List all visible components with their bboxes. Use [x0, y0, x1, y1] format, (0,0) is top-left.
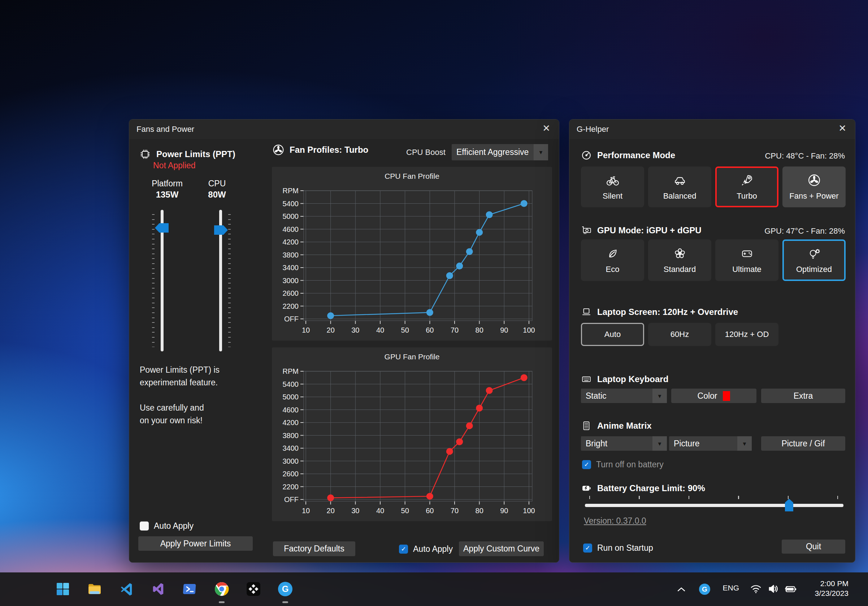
matrix-battery-checkbox-row: Turn off on battery [582, 460, 663, 470]
screen-button-120hz-od[interactable]: 120Hz + OD [715, 323, 778, 346]
power-limits-note: Power Limits (PPT) is experimental featu… [140, 364, 220, 427]
note-line: on your own risk! [140, 414, 220, 427]
curve-auto-apply-checkbox[interactable] [399, 545, 408, 553]
volume-icon[interactable] [767, 583, 779, 595]
svg-text:80: 80 [476, 507, 484, 515]
gauge-icon [581, 150, 592, 161]
language-indicator[interactable]: ENG [722, 584, 739, 592]
platform-slider-handle[interactable] [155, 223, 169, 232]
tray-date: 3/23/2023 [815, 588, 848, 598]
cpu-value: 80W [195, 190, 239, 200]
cpu-fan-chart[interactable]: CPU Fan ProfileRPM5400500046004200380034… [272, 167, 552, 341]
terminal-button[interactable] [182, 581, 198, 597]
svg-text:70: 70 [451, 507, 459, 515]
gpu-button-ultimate[interactable]: Ultimate [715, 239, 778, 281]
svg-text:3800: 3800 [283, 251, 299, 259]
bulb-gear-icon [808, 246, 821, 260]
chevron-down-icon[interactable]: ▼ [653, 389, 667, 403]
factory-defaults-button[interactable]: Factory Defaults [273, 541, 355, 556]
svg-text:2200: 2200 [283, 483, 299, 491]
mode-button-fans-power[interactable]: Fans + Power [783, 166, 846, 207]
vs-code-button[interactable] [118, 581, 134, 597]
start-button[interactable] [55, 581, 71, 597]
cpu-boost-value: Efficient Aggressive [456, 147, 529, 157]
vscode-icon [119, 582, 133, 596]
run-on-startup-row: Run on Startup [583, 543, 653, 553]
power-limits-heading: Power Limits (PPT) [140, 149, 236, 160]
gpu-button-optimized[interactable]: Optimized [783, 239, 846, 281]
g-helper-taskbar-button[interactable]: G [277, 581, 293, 597]
matrix-brightness-dropdown[interactable]: Bright ▼ [581, 436, 667, 451]
gpu-mode-heading: GPU Mode: iGPU + dGPU [581, 225, 702, 236]
screen-label: 60Hz [671, 330, 689, 339]
mode-button-balanced[interactable]: Balanced [648, 166, 711, 207]
mode-label: Balanced [663, 191, 696, 201]
clock[interactable]: 2:00 PM 3/23/2023 [815, 578, 848, 598]
gpu-mode-title: GPU Mode: iGPU + dGPU [597, 225, 702, 236]
chevron-down-icon[interactable]: ▼ [534, 144, 548, 160]
performance-mode-title: Performance Mode [597, 150, 675, 160]
performance-mode-heading: Performance Mode [581, 150, 675, 161]
screen-label: Auto [604, 330, 621, 339]
close-icon[interactable]: ✕ [839, 124, 846, 133]
flower-icon [673, 246, 687, 260]
window-title: Fans and Power [136, 125, 194, 134]
power-limits-title: Power Limits (PPT) [157, 149, 236, 159]
tray-g-helper-icon[interactable]: G [699, 584, 710, 595]
keyboard-color-button[interactable]: Color [671, 389, 756, 403]
quit-button[interactable]: Quit [782, 539, 845, 553]
chrome-button[interactable] [214, 581, 229, 597]
mode-button-turbo[interactable]: Turbo [715, 166, 778, 207]
matrix-picture-gif-button[interactable]: Picture / Gif [761, 436, 845, 451]
battery-tray-icon[interactable] [784, 583, 797, 595]
file-explorer-button[interactable] [87, 581, 102, 597]
tidal-button[interactable] [245, 581, 261, 597]
svg-text:30: 30 [351, 326, 359, 334]
chevron-down-icon[interactable]: ▼ [737, 436, 752, 451]
screen-button-60hz[interactable]: 60Hz [648, 323, 711, 346]
battery-slider-handle[interactable] [785, 499, 793, 511]
svg-text:RPM: RPM [283, 367, 299, 375]
svg-text:90: 90 [500, 507, 508, 515]
ghelper-titlebar: G-Helper ✕ [569, 119, 855, 139]
laptop-screen-heading: Laptop Screen: 120Hz + Overdrive [581, 307, 738, 318]
tray-chevron-up-icon[interactable] [675, 583, 687, 595]
turn-off-on-battery-checkbox[interactable] [582, 460, 591, 469]
matrix-running-value: Picture [674, 439, 700, 448]
battery-slider-track[interactable] [585, 504, 843, 507]
gpu-button-standard[interactable]: Standard [648, 239, 711, 281]
visual-studio-button[interactable] [150, 581, 166, 597]
svg-text:2600: 2600 [283, 289, 299, 297]
run-on-startup-checkbox[interactable] [583, 544, 592, 553]
console-icon [740, 246, 754, 260]
keyboard-mode-dropdown[interactable]: Static ▼ [581, 389, 667, 403]
battery-icon [581, 483, 592, 494]
svg-text:3800: 3800 [283, 432, 299, 440]
version-link[interactable]: Version: 0.37.0.0 [584, 516, 646, 526]
cpu-slider-handle[interactable] [214, 225, 228, 235]
mode-button-silent[interactable]: Silent [581, 166, 644, 207]
svg-text:5000: 5000 [283, 393, 299, 401]
gpu-button-eco[interactable]: Eco [581, 239, 644, 281]
laptop-keyboard-heading: Laptop Keyboard [581, 374, 668, 384]
svg-text:GPU Fan Profile: GPU Fan Profile [384, 352, 440, 361]
svg-text:100: 100 [523, 326, 535, 334]
note-line: experimental feature. [140, 376, 220, 389]
apply-custom-curve-button[interactable]: Apply Custom Curve [459, 541, 544, 556]
fans-and-power-window: Fans and Power ✕ Power Limits (PPT) Not … [129, 119, 559, 563]
matrix-running-dropdown[interactable]: Picture ▼ [669, 436, 752, 451]
gpu-fan-chart[interactable]: GPU Fan ProfileRPM5400500046004200380034… [272, 347, 552, 521]
screen-button-auto[interactable]: Auto [581, 323, 644, 346]
g-helper-window: G-Helper ✕ Performance Mode CPU: 48°C - … [569, 119, 856, 563]
fan-profiles-title: Fan Profiles: Turbo [290, 145, 368, 155]
close-icon[interactable]: ✕ [542, 124, 550, 133]
power-auto-apply-checkbox[interactable] [140, 521, 149, 530]
g-helper-icon: G [278, 582, 293, 596]
keyboard-extra-button[interactable]: Extra [761, 389, 845, 403]
apply-power-limits-button[interactable]: Apply Power Limits [138, 536, 253, 551]
cpu-slider-ticks [228, 214, 231, 347]
cpu-boost-dropdown[interactable]: Efficient Aggressive ▼ [452, 144, 548, 160]
chevron-down-icon[interactable]: ▼ [653, 436, 667, 451]
svg-text:4600: 4600 [283, 225, 299, 233]
wifi-icon[interactable] [750, 583, 762, 595]
